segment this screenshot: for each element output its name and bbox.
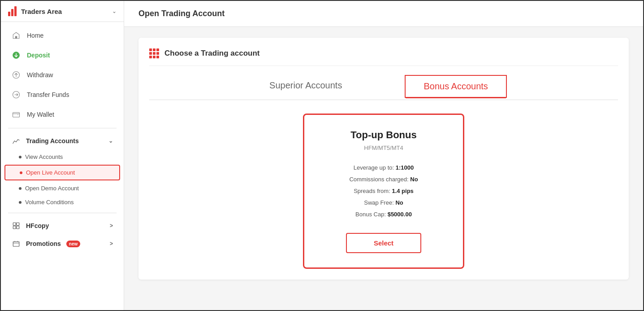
sidebar-item-open-demo-account[interactable]: Open Demo Account — [1, 181, 124, 195]
grid-icon — [149, 48, 159, 58]
tab-bonus-accounts[interactable]: Bonus Accounts — [405, 75, 506, 98]
nav-divider-2 — [8, 213, 117, 213]
commissions-value: No — [410, 176, 418, 183]
sidebar-item-open-live-account[interactable]: Open Live Account — [4, 165, 120, 180]
sidebar-item-withdraw[interactable]: Withdraw — [1, 65, 124, 85]
sidebar-item-deposit[interactable]: Deposit — [1, 45, 124, 65]
view-accounts-bullet — [19, 156, 22, 158]
view-accounts-label: View Accounts — [25, 153, 63, 160]
svg-rect-4 — [13, 113, 20, 118]
bonus-cap-value: $5000.00 — [388, 211, 412, 218]
home-icon — [12, 31, 21, 40]
swap-value: No — [395, 199, 403, 206]
section-title: Choose a Trading account — [164, 49, 260, 58]
hfcopy-label: HFcopy — [26, 222, 49, 229]
transfer-label: Transfer Funds — [27, 91, 69, 98]
page-title: Open Trading Account — [138, 9, 225, 18]
open-live-label: Open Live Account — [26, 169, 75, 176]
svg-rect-7 — [13, 226, 16, 229]
swap-row: Swap Free: No — [322, 197, 445, 209]
open-demo-label: Open Demo Account — [25, 185, 79, 192]
open-live-bullet — [20, 171, 22, 174]
svg-rect-5 — [13, 223, 16, 225]
home-label: Home — [27, 32, 43, 39]
account-card-title: Top-up Bonus — [322, 129, 445, 141]
traders-area-icon — [8, 6, 17, 16]
account-card-details: Leverage up to: 1:1000 Commissions charg… — [322, 162, 445, 220]
trading-accounts-chevron: ⌄ — [108, 138, 113, 144]
transfer-icon — [12, 90, 21, 99]
account-selection-card: Choose a Trading account Superior Accoun… — [138, 38, 629, 280]
content-area: Choose a Trading account Superior Accoun… — [124, 27, 643, 310]
svg-rect-6 — [17, 223, 19, 225]
deposit-label: Deposit — [27, 52, 50, 59]
tab-superior-accounts[interactable]: Superior Accounts — [260, 75, 351, 98]
hfcopy-icon — [12, 221, 21, 230]
sidebar-item-hfcopy[interactable]: HFcopy > — [1, 217, 124, 235]
svg-rect-9 — [13, 242, 19, 247]
wallet-icon — [12, 110, 21, 119]
spreads-row: Spreads from: 1.4 pips — [322, 185, 445, 197]
sidebar: Traders Area ⌄ Home Deposit Withdraw — [1, 1, 124, 310]
withdraw-icon — [12, 70, 21, 79]
sidebar-item-wallet[interactable]: My Wallet — [1, 105, 124, 124]
trading-accounts-label: Trading Accounts — [26, 137, 79, 145]
leverage-value: 1:1000 — [396, 164, 414, 171]
withdraw-label: Withdraw — [27, 71, 53, 79]
volume-label: Volume Conditions — [25, 199, 73, 206]
select-button[interactable]: Select — [346, 233, 421, 253]
sidebar-item-view-accounts[interactable]: View Accounts — [1, 150, 124, 164]
sidebar-item-promotions[interactable]: Promotions new > — [1, 235, 124, 253]
account-tabs: Superior Accounts Bonus Accounts — [149, 75, 618, 100]
trading-accounts-icon — [12, 136, 21, 145]
deposit-icon — [12, 51, 21, 60]
spreads-value: 1.4 pips — [392, 188, 413, 194]
account-card-subtitle: HFM/MT5/MT4 — [322, 145, 445, 151]
hfcopy-chevron: > — [110, 223, 113, 229]
promotions-icon — [12, 239, 21, 248]
leverage-row: Leverage up to: 1:1000 — [322, 162, 445, 174]
card-header: Choose a Trading account — [149, 48, 618, 66]
page-header: Open Trading Account — [124, 1, 643, 27]
trading-accounts-section[interactable]: Trading Accounts ⌄ — [1, 132, 124, 150]
wallet-label: My Wallet — [27, 111, 54, 118]
nav-divider-1 — [8, 128, 117, 128]
commissions-row: Commissions charged: No — [322, 174, 445, 185]
topup-bonus-card: Top-up Bonus HFM/MT5/MT4 Leverage up to:… — [303, 114, 464, 269]
bonus-cap-row: Bonus Cap: $5000.00 — [322, 209, 445, 220]
chevron-down-icon[interactable]: ⌄ — [112, 8, 117, 14]
sidebar-item-home[interactable]: Home — [1, 26, 124, 45]
svg-rect-0 — [15, 36, 17, 39]
promotions-badge: new — [66, 241, 80, 247]
sidebar-item-transfer[interactable]: Transfer Funds — [1, 85, 124, 105]
sidebar-item-volume-conditions[interactable]: Volume Conditions — [1, 195, 124, 209]
sidebar-nav: Home Deposit Withdraw Transfer Funds — [1, 22, 124, 310]
open-demo-bullet — [19, 187, 22, 190]
promotions-label: Promotions — [26, 240, 61, 247]
accounts-grid: Top-up Bonus HFM/MT5/MT4 Leverage up to:… — [149, 114, 618, 269]
sidebar-brand: Traders Area — [8, 6, 62, 16]
promotions-chevron: > — [110, 241, 113, 247]
volume-bullet — [19, 201, 22, 204]
sidebar-title: Traders Area — [21, 8, 62, 15]
main-content: Open Trading Account Choose a Trading ac… — [124, 1, 643, 310]
svg-rect-8 — [17, 226, 19, 229]
sidebar-header[interactable]: Traders Area ⌄ — [1, 1, 124, 22]
